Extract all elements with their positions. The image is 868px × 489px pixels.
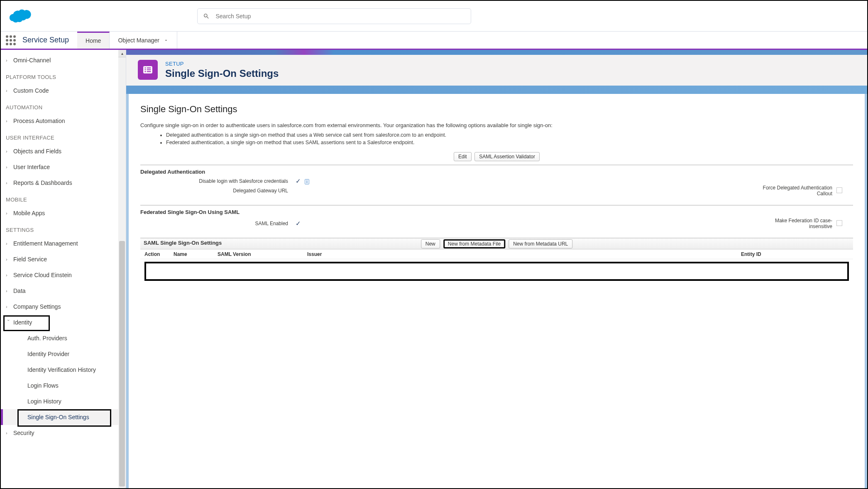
tab-object-manager[interactable]: Object Manager — [110, 32, 177, 49]
page-header: SETUP Single Sign-On Settings — [126, 55, 867, 86]
tab-home[interactable]: Home — [77, 32, 110, 49]
check-icon: ✓ — [296, 220, 301, 227]
sidebar-item-process-automation[interactable]: ›Process Automation — [1, 113, 118, 129]
sidebar-section-automation: AUTOMATION — [1, 98, 118, 113]
sidebar-item-service-cloud-einstein[interactable]: ›Service Cloud Einstein — [1, 267, 118, 283]
saml-assertion-validator-button[interactable]: SAML Assertion Validator — [474, 152, 540, 161]
sidebar-item-data[interactable]: ›Data — [1, 283, 118, 299]
new-button[interactable]: New — [421, 239, 440, 248]
col-issuer: Issuer — [307, 251, 741, 257]
col-action: Action — [144, 251, 174, 257]
sidebar-item-identity-verification-history[interactable]: Identity Verification History — [1, 362, 118, 378]
bullet-delegated: Delegated authentication is a single sig… — [166, 132, 853, 139]
app-launcher-icon[interactable] — [1, 32, 21, 49]
edit-button[interactable]: Edit — [454, 152, 472, 161]
sidebar-item-omni-channel[interactable]: ›Omni-Channel — [1, 52, 118, 68]
section-delegated-auth: Delegated Authentication — [140, 168, 853, 177]
sidebar-section-mobile: MOBILE — [1, 191, 118, 205]
sidebar-section-platform-tools: PLATFORM TOOLS — [1, 68, 118, 83]
sidebar-item-identity-provider[interactable]: Identity Provider — [1, 346, 118, 362]
sidebar-item-field-service[interactable]: ›Field Service — [1, 251, 118, 267]
col-saml-version: SAML Version — [218, 251, 307, 257]
sidebar-section-user-interface: USER INTERFACE — [1, 129, 118, 143]
scrollbar-thumb[interactable] — [119, 241, 125, 487]
sidebar-item-login-flows[interactable]: Login Flows — [1, 378, 118, 393]
nav-bar: Service Setup Home Object Manager — [1, 32, 867, 50]
section-federated-sso: Federated Single Sign-On Using SAML — [140, 208, 853, 218]
page-header-icon — [138, 60, 158, 80]
sidebar-item-identity[interactable]: ›Identity — [1, 315, 118, 330]
setup-sidebar: ›Omni-Channel PLATFORM TOOLS ›Custom Cod… — [1, 50, 118, 488]
chevron-down-icon — [164, 38, 169, 43]
sidebar-item-security[interactable]: ›Security — [1, 425, 118, 441]
sidebar-item-mobile-apps[interactable]: ›Mobile Apps — [1, 205, 118, 221]
salesforce-logo-icon — [9, 8, 33, 25]
section-saml-sso-settings: SAML Single Sign-On Settings — [144, 239, 222, 248]
decorative-strip — [126, 86, 867, 94]
col-name: Name — [174, 251, 218, 257]
sidebar-section-settings: SETTINGS — [1, 221, 118, 236]
new-from-metadata-file-button[interactable]: New from Metadata File — [443, 239, 505, 248]
new-from-metadata-url-button[interactable]: New from Metadata URL — [509, 239, 572, 248]
sidebar-item-company-settings[interactable]: ›Company Settings — [1, 299, 118, 315]
sidebar-item-objects-and-fields[interactable]: ›Objects and Fields — [1, 143, 118, 159]
intro-text: Configure single sign-on in order to aut… — [140, 122, 853, 128]
bullet-federated: Federated authentication, a single sign-… — [166, 139, 853, 147]
col-entity-id: Entity ID — [741, 251, 849, 257]
label-federation-id-case: Make Federation ID case-insensitive — [762, 218, 836, 229]
breadcrumb: SETUP — [165, 61, 279, 67]
check-icon: ✓ — [296, 177, 301, 184]
sidebar-item-custom-code[interactable]: ›Custom Code — [1, 83, 118, 98]
sidebar-item-auth-providers[interactable]: Auth. Providers — [1, 330, 118, 346]
decorative-strip — [126, 50, 867, 55]
label-saml-enabled: SAML Enabled — [140, 221, 294, 226]
app-name-label: Service Setup — [21, 32, 77, 49]
checkbox-force-delegated[interactable] — [836, 187, 842, 193]
checkbox-federation-case[interactable] — [836, 220, 842, 226]
table-column-headers: Action Name SAML Version Issuer Entity I… — [140, 249, 853, 259]
table-empty-row — [144, 262, 849, 281]
search-icon — [203, 13, 210, 20]
sidebar-item-single-sign-on-settings[interactable]: Single Sign-On Settings — [1, 409, 118, 425]
info-icon[interactable]: i — [305, 179, 309, 184]
label-delegated-gateway-url: Delegated Gateway URL — [140, 188, 294, 194]
top-bar — [1, 1, 867, 32]
sidebar-scrollbar[interactable]: ▴ — [118, 50, 126, 488]
sidebar-item-entitlement-management[interactable]: ›Entitlement Management — [1, 236, 118, 251]
label-disable-login: Disable login with Salesforce credential… — [140, 178, 294, 184]
sidebar-item-user-interface[interactable]: ›User Interface — [1, 159, 118, 175]
content-heading: Single Sign-On Settings — [140, 104, 853, 115]
scroll-up-arrow-icon[interactable]: ▴ — [118, 50, 126, 57]
main-content: SETUP Single Sign-On Settings Single Sig… — [126, 50, 867, 488]
label-force-delegated-callout: Force Delegated Authentication Callout — [762, 185, 836, 197]
page-title: Single Sign-On Settings — [165, 68, 279, 79]
sidebar-item-reports-dashboards[interactable]: ›Reports & Dashboards — [1, 175, 118, 191]
search-input[interactable] — [197, 8, 471, 24]
sidebar-item-login-history[interactable]: Login History — [1, 393, 118, 409]
